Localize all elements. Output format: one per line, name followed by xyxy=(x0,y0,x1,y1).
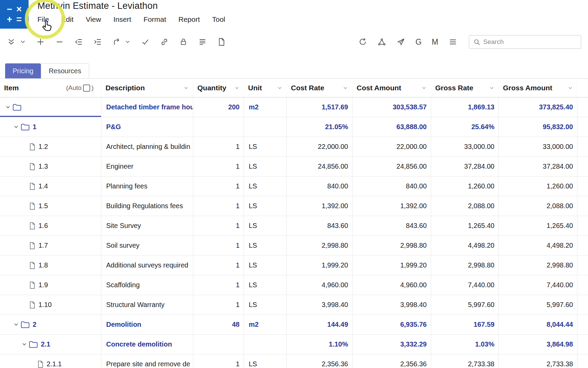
cost-rate-cell[interactable]: 1,392.00 xyxy=(287,196,353,216)
quantity-cell[interactable]: 1 xyxy=(193,236,244,255)
gross-amount-cell[interactable]: 373,825.40 xyxy=(499,97,577,117)
description-cell[interactable]: Concrete demolition xyxy=(101,335,193,354)
col-header-unit[interactable]: Unit xyxy=(244,79,287,97)
description-cell[interactable]: Detached timber frame hou xyxy=(101,97,193,117)
link-icon[interactable] xyxy=(160,37,169,46)
cost-amount-cell[interactable]: 24,856.00 xyxy=(353,157,431,176)
column-dropdown-icon[interactable] xyxy=(183,85,189,91)
gross-amount-cell[interactable]: 4,498.20 xyxy=(499,236,577,255)
quantity-cell[interactable]: 1 xyxy=(193,256,244,275)
cost-amount-cell[interactable]: 3,998.40 xyxy=(353,295,431,315)
item-cell[interactable]: 1.5 xyxy=(0,196,101,216)
col-header-quantity[interactable]: Quantity xyxy=(193,79,244,97)
gross-rate-cell[interactable]: 1.03% xyxy=(431,335,499,354)
item-cell[interactable]: 2.1 xyxy=(0,335,101,354)
search-box[interactable] xyxy=(469,35,581,49)
unit-cell[interactable]: LS xyxy=(244,275,287,295)
unit-cell[interactable]: LS xyxy=(244,295,287,315)
table-row[interactable]: 1.7 Soil survey 1 LS 2,998.80 2,998.80 4… xyxy=(0,236,588,256)
menu-icon[interactable] xyxy=(448,37,457,46)
description-cell[interactable]: Site Survey xyxy=(101,216,193,235)
col-header-cost-rate[interactable]: Cost Rate xyxy=(287,79,353,97)
col-header-gross-rate[interactable]: Gross Rate xyxy=(431,79,499,97)
tab-pricing[interactable]: Pricing xyxy=(5,63,41,78)
chevron-down-icon[interactable] xyxy=(20,37,26,46)
gross-rate-cell[interactable]: 2,733.38 xyxy=(431,354,499,368)
cost-rate-cell[interactable]: 21.05% xyxy=(287,117,353,137)
quantity-cell[interactable]: 1 xyxy=(193,216,244,235)
gross-amount-cell[interactable]: 5,997.60 xyxy=(499,295,577,315)
refresh-icon[interactable] xyxy=(358,37,367,46)
search-input[interactable] xyxy=(483,38,577,46)
description-cell[interactable]: Engineer xyxy=(101,157,193,176)
item-cell[interactable]: 1.6 xyxy=(0,216,101,235)
quantity-cell[interactable]: 1 xyxy=(193,137,244,156)
unit-cell[interactable]: LS xyxy=(244,236,287,255)
gross-rate-cell[interactable]: 1,260.00 xyxy=(431,177,499,196)
quantity-cell[interactable] xyxy=(193,117,244,137)
description-cell[interactable]: P&G xyxy=(101,117,193,137)
col-header-gross-amount[interactable]: Gross Amount xyxy=(499,79,577,97)
quantity-cell[interactable]: 1 xyxy=(193,275,244,295)
document-icon[interactable] xyxy=(217,37,226,46)
description-cell[interactable]: Building Regulations fees xyxy=(101,196,193,216)
column-dropdown-icon[interactable] xyxy=(343,85,348,91)
gross-amount-cell[interactable]: 95,832.00 xyxy=(499,117,577,137)
gross-rate-cell[interactable]: 1,265.40 xyxy=(431,216,499,235)
quantity-cell[interactable]: 1 xyxy=(193,177,244,196)
gross-rate-cell[interactable]: 33,000.00 xyxy=(431,137,499,156)
tab-resources[interactable]: Resources xyxy=(41,63,89,78)
cost-amount-cell[interactable]: 303,538.57 xyxy=(353,97,431,117)
col-header-description[interactable]: Description xyxy=(101,79,193,97)
gross-rate-cell[interactable]: 37,284.00 xyxy=(431,157,499,176)
gross-rate-cell[interactable]: 4,498.20 xyxy=(431,236,499,255)
column-dropdown-icon[interactable] xyxy=(489,85,494,91)
table-row[interactable]: 1.2 Architect, planning & buildin 1 LS 2… xyxy=(0,137,588,157)
unit-cell[interactable] xyxy=(244,335,287,354)
gross-amount-cell[interactable]: 8,044.44 xyxy=(499,315,577,334)
collapse-all-icon[interactable] xyxy=(7,37,16,46)
cost-amount-cell[interactable]: 840.00 xyxy=(353,177,431,196)
column-dropdown-icon[interactable] xyxy=(277,85,282,91)
unit-cell[interactable]: LS xyxy=(244,177,287,196)
unit-cell[interactable]: m2 xyxy=(244,97,287,117)
table-row[interactable]: 1.5 Building Regulations fees 1 LS 1,392… xyxy=(0,196,588,216)
quantity-cell[interactable]: 1 xyxy=(193,196,244,216)
column-dropdown-icon[interactable] xyxy=(568,85,573,91)
outdent-icon[interactable] xyxy=(74,37,83,46)
item-cell[interactable]: 1.4 xyxy=(0,177,101,196)
cost-rate-cell[interactable]: 1,517.69 xyxy=(287,97,353,117)
cost-rate-cell[interactable]: 4,960.00 xyxy=(287,275,353,295)
gross-rate-cell[interactable]: 1,869.13 xyxy=(431,97,499,117)
unit-cell[interactable]: LS xyxy=(244,256,287,275)
confirm-check-icon[interactable] xyxy=(141,37,150,46)
cost-rate-cell[interactable]: 2,998.80 xyxy=(287,236,353,255)
unit-cell[interactable]: LS xyxy=(244,137,287,156)
gross-amount-cell[interactable]: 1,260.00 xyxy=(499,177,577,196)
unit-cell[interactable]: LS xyxy=(244,196,287,216)
item-cell[interactable]: 1.10 xyxy=(0,295,101,315)
cost-amount-cell[interactable]: 22,000.00 xyxy=(353,137,431,156)
description-cell[interactable]: Planning fees xyxy=(101,177,193,196)
column-dropdown-icon[interactable] xyxy=(234,85,240,91)
description-cell[interactable]: Structural Warranty xyxy=(101,295,193,315)
column-dropdown-icon[interactable] xyxy=(421,85,427,91)
item-cell[interactable]: 1.3 xyxy=(0,157,101,176)
row-expand-chevron[interactable] xyxy=(14,322,19,327)
item-cell[interactable]: 1 xyxy=(0,117,101,137)
add-row-icon[interactable] xyxy=(36,37,45,46)
gross-rate-cell[interactable]: 2,998.80 xyxy=(431,256,499,275)
g-badge[interactable]: G xyxy=(415,37,422,47)
table-row[interactable]: 2.1 Concrete demolition 1.10% 3,332.29 1… xyxy=(0,335,588,354)
flow-dropdown-icon[interactable] xyxy=(125,37,131,46)
item-cell[interactable]: 1.8 xyxy=(0,256,101,275)
unit-cell[interactable]: LS xyxy=(244,216,287,235)
gross-amount-cell[interactable]: 2,088.00 xyxy=(499,196,577,216)
gross-amount-cell[interactable]: 1,265.40 xyxy=(499,216,577,235)
description-cell[interactable]: Soil survey xyxy=(101,236,193,255)
gross-rate-cell[interactable]: 167.59 xyxy=(431,315,499,334)
flow-arrow-icon[interactable] xyxy=(112,37,121,46)
gross-amount-cell[interactable]: 37,284.00 xyxy=(499,157,577,176)
table-row[interactable]: 1.4 Planning fees 1 LS 840.00 840.00 1,2… xyxy=(0,177,588,196)
quantity-cell[interactable] xyxy=(193,335,244,354)
